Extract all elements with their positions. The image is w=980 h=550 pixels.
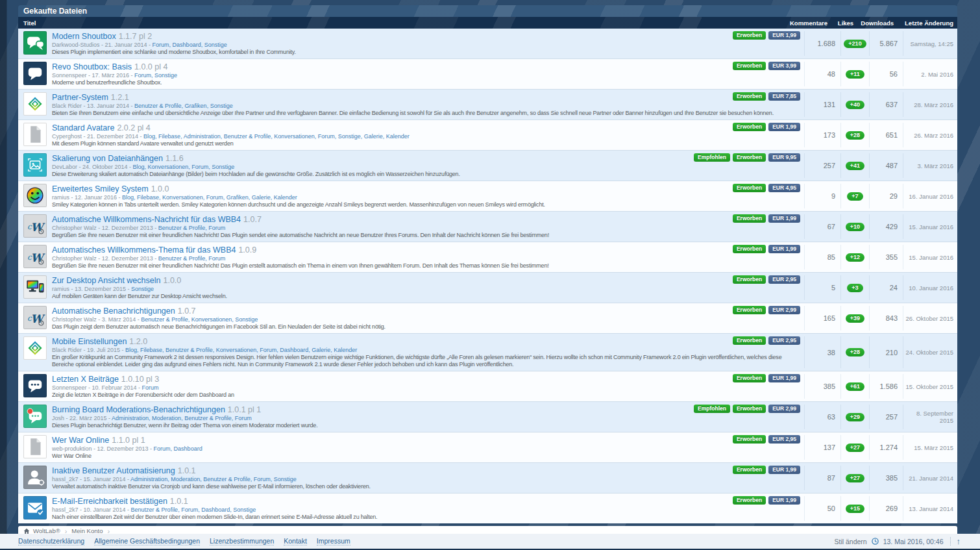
file-author[interactable]: Christopher Walz xyxy=(52,316,97,323)
file-title-link[interactable]: Automatisches Willkommens-Thema für das … xyxy=(52,245,236,255)
file-row[interactable]: Burning Board Moderations-Benachrichtigu… xyxy=(18,401,957,432)
file-categories[interactable]: Benutzer & Profile, Grafiken, Sonstige xyxy=(134,103,233,109)
file-row[interactable]: Wer War Online1.1.0 pl 1ErworbenEUR 2,95… xyxy=(18,432,957,462)
file-categories[interactable]: Forum, Dashboard, Sonstige xyxy=(153,42,227,48)
file-categories[interactable]: Sonstige xyxy=(131,286,154,292)
file-author[interactable]: DevLabor xyxy=(52,164,77,170)
file-title-link[interactable]: Standard Avatare xyxy=(52,123,114,132)
file-categories[interactable]: Benutzer & Profile, Forum, Dashboard, So… xyxy=(131,506,256,513)
file-date: 13. Januar 2014 xyxy=(87,103,129,109)
file-author[interactable]: ramius xyxy=(52,194,69,201)
likes-cell: +15 xyxy=(840,496,869,521)
last-change-date: 24. Oktober 2015 xyxy=(903,336,957,368)
file-title-link[interactable]: Mobile Einstellungen xyxy=(52,337,127,346)
file-categories[interactable]: Blog, Filebase, Benutzer & Profile, Konv… xyxy=(125,347,357,353)
file-categories[interactable]: Benutzer & Profile, Konversationen, Sons… xyxy=(141,316,258,323)
likes-cell: +27 xyxy=(840,435,869,460)
file-author[interactable]: hassl_2k7 xyxy=(52,476,79,482)
file-title-link[interactable]: Partner-System xyxy=(52,93,108,102)
file-author[interactable]: Christopher Walz xyxy=(52,255,97,262)
file-row[interactable]: c W Automatische Willkommens-Nachricht f… xyxy=(18,211,957,242)
home-icon[interactable] xyxy=(23,528,30,534)
file-title-link[interactable]: Automatische Benachrichtigungen xyxy=(52,306,175,316)
file-author[interactable]: Christopher Walz xyxy=(52,225,97,231)
file-row[interactable]: Letzten X Beiträge1.0.10 pl 3ErworbenEUR… xyxy=(18,371,957,401)
file-title-link[interactable]: Burning Board Moderations-Benachrichtigu… xyxy=(52,405,225,414)
file-title-link[interactable]: Modern Shoutbox xyxy=(52,32,116,41)
file-author[interactable]: hassl_2k7 xyxy=(52,506,79,513)
recommended-badge: Empfohlen xyxy=(694,153,730,162)
file-row[interactable]: Zur Desktop Ansicht wechseln1.0.0Erworbe… xyxy=(18,272,957,303)
file-date: 17. März 2016 xyxy=(92,72,130,79)
file-author[interactable]: Black Rider xyxy=(52,347,82,353)
file-categories[interactable]: Administration, Moderation, Benutzer & P… xyxy=(112,415,252,421)
file-icon-cell xyxy=(18,31,52,56)
file-row[interactable]: c W Automatisches Willkommens-Thema für … xyxy=(18,242,957,272)
footer-link-kontakt[interactable]: Kontakt xyxy=(284,537,307,545)
file-row[interactable]: c W Automatische Benachrichtigungen1.0.7… xyxy=(18,303,957,333)
file-row[interactable]: Modern Shoutbox1.1.7 pl 2ErworbenEUR 1,9… xyxy=(18,29,957,58)
file-author[interactable]: web-produktion xyxy=(52,445,92,452)
file-categories[interactable]: Blog, Filebase, Konversationen, Forum, G… xyxy=(122,194,297,201)
chat-bubbles-icon xyxy=(23,31,47,55)
file-author[interactable]: Cyperghost xyxy=(52,133,82,140)
file-info: Partner-System1.2.1ErworbenEUR 7,85Black… xyxy=(52,92,804,117)
change-style-link[interactable]: Stil ändern xyxy=(834,538,866,545)
comments-count: 1.688 xyxy=(804,31,840,56)
file-info: Mobile Einstellungen1.2.0ErworbenEUR 2,9… xyxy=(52,336,804,368)
file-categories[interactable]: Benutzer & Profile, Forum xyxy=(158,255,226,262)
file-title-link[interactable]: Erweitertes Smiley System xyxy=(52,184,149,194)
file-author[interactable]: Sonnenspeer xyxy=(52,72,87,79)
file-row[interactable]: Standard Avatare2.0.2 pl 4ErworbenEUR 1,… xyxy=(18,119,957,150)
last-change-date: 15. Januar 2016 xyxy=(903,214,957,239)
file-title-link[interactable]: Zur Desktop Ansicht wechseln xyxy=(52,276,160,285)
purchased-files-panel: Gekaufte Dateien Titel Kommentare Likes … xyxy=(18,5,957,523)
file-author[interactable]: Darkwood-Studios xyxy=(52,42,100,48)
file-categories[interactable]: Benutzer & Profile, Forum xyxy=(158,225,226,231)
file-author[interactable]: Josh xyxy=(52,415,64,421)
file-icon-cell xyxy=(18,496,52,521)
file-categories[interactable]: Administration, Moderation, Benutzer & P… xyxy=(130,476,297,482)
price-badge: EUR 9,95 xyxy=(768,153,800,162)
scroll-to-top-button[interactable]: ↑ xyxy=(950,537,961,545)
downloads-count: 257 xyxy=(869,405,903,429)
file-row[interactable]: Skalierung von Dateianhängen1.1.6Empfohl… xyxy=(18,150,957,181)
file-row[interactable]: Erweitertes Smiley System1.0.0ErworbenEU… xyxy=(18,181,957,211)
file-row[interactable]: E-Mail-Erreichbarkeit bestätigen1.0.1Erw… xyxy=(18,493,957,523)
file-badges: ErworbenEUR 2,95 xyxy=(733,336,800,345)
file-row[interactable]: Mobile Einstellungen1.2.0ErworbenEUR 2,9… xyxy=(18,333,957,371)
file-version: 1.0.1 pl 1 xyxy=(228,405,261,414)
file-title-link[interactable]: Skalierung von Dateianhängen xyxy=(52,154,163,163)
footer-link-datenschutz[interactable]: Datenschutzerklärung xyxy=(18,537,84,545)
file-title-link[interactable]: Inaktive Benutzer Automatisierung xyxy=(52,466,175,475)
file-categories[interactable]: Forum, Dashboard xyxy=(154,445,202,452)
file-version: 1.1.0 pl 1 xyxy=(112,436,145,445)
likes-cell: +10 xyxy=(840,214,869,239)
file-author[interactable]: Black Rider xyxy=(52,103,82,109)
file-description: Auf mobilen Geräten kann der Benutzer zu… xyxy=(52,293,800,300)
file-title-link[interactable]: Automatische Willkommens-Nachricht für d… xyxy=(52,215,241,224)
file-author[interactable]: Sonnenspeer xyxy=(52,384,87,391)
file-date: 10. Februar 2014 xyxy=(92,384,137,391)
file-row[interactable]: Partner-System1.2.1ErworbenEUR 7,85Black… xyxy=(18,89,957,119)
footer-link-impressum[interactable]: Impressum xyxy=(317,537,350,545)
file-title-link[interactable]: E-Mail-Erreichbarkeit bestätigen xyxy=(52,497,167,506)
file-categories[interactable]: Forum, Sonstige xyxy=(134,72,177,79)
file-author[interactable]: ramius xyxy=(52,286,69,292)
file-title-link[interactable]: Wer War Online xyxy=(52,436,109,445)
price-badge: EUR 4,95 xyxy=(768,184,800,192)
price-badge: EUR 2,95 xyxy=(768,275,800,284)
file-categories[interactable]: Blog, Filebase, Administration, Benutzer… xyxy=(143,133,410,140)
file-categories[interactable]: Forum xyxy=(142,384,159,391)
downloads-count: 355 xyxy=(869,245,903,269)
chat-dots-icon xyxy=(23,374,47,397)
footer-link-agb[interactable]: Allgemeine Geschäftsbedingungen xyxy=(94,537,200,545)
file-title-link[interactable]: Letzten X Beiträge xyxy=(52,375,119,384)
file-row[interactable]: Inaktive Benutzer Automatisierung1.0.1Er… xyxy=(18,462,957,493)
file-title-link[interactable]: Revo Shoutbox: Basis xyxy=(52,62,132,71)
file-info: Erweitertes Smiley System1.0.0ErworbenEU… xyxy=(52,184,804,208)
table-header-row: Titel Kommentare Likes Downloads Letzte … xyxy=(18,17,957,29)
file-categories[interactable]: Blog, Konversationen, Forum, Sonstige xyxy=(133,164,235,170)
file-row[interactable]: Revo Shoutbox: Basis1.0.0 pl 4ErworbenEU… xyxy=(18,58,957,89)
footer-link-lizenz[interactable]: Lizenzbestimmungen xyxy=(210,537,274,545)
